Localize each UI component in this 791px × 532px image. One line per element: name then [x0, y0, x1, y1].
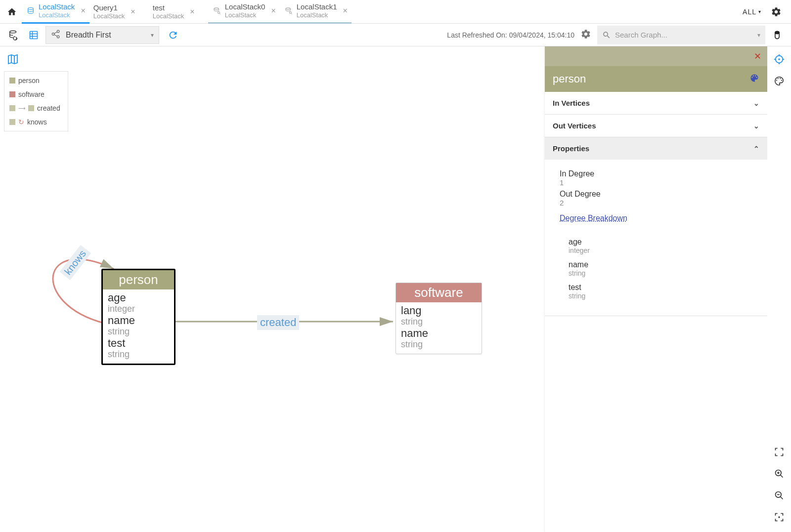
node-software[interactable]: software langstring namestring: [396, 283, 482, 354]
svg-point-4: [286, 8, 290, 9]
svg-line-31: [781, 475, 783, 478]
right-tool-rail: [767, 46, 791, 532]
chevron-down-icon: ⌄: [753, 122, 759, 130]
legend-item[interactable]: ⟶created: [4, 101, 68, 115]
chevron-down-icon: ⌄: [753, 99, 759, 107]
legend-item[interactable]: person: [4, 74, 68, 87]
zoom-in-button[interactable]: [772, 467, 786, 481]
close-icon[interactable]: ×: [343, 6, 348, 15]
edge-label-knows[interactable]: knows: [60, 245, 91, 280]
palette-icon[interactable]: [749, 73, 759, 85]
tab-query1[interactable]: Query1 LocalStack ×: [89, 0, 149, 24]
database-query-icon: [212, 6, 222, 16]
tab-bar: LocalStack LocalStack × Query1 LocalStac…: [0, 0, 791, 24]
details-title: person: [553, 73, 586, 85]
zoom-out-button[interactable]: [772, 489, 786, 502]
details-panel: ✕ person In Vertices⌄ Out Vertices⌄ Prop…: [545, 46, 767, 532]
svg-point-28: [780, 78, 781, 79]
svg-line-15: [54, 32, 57, 34]
legend-panel: person software ⟶created ↻knows: [4, 71, 68, 131]
refresh-button[interactable]: [165, 27, 181, 43]
legend-item[interactable]: ↻knows: [4, 115, 68, 129]
svg-rect-8: [30, 31, 38, 39]
tab-title: LocalStack0: [225, 2, 265, 11]
in-degree-value: 1: [560, 178, 752, 187]
svg-point-5: [289, 11, 291, 13]
schema-refresh-button[interactable]: [6, 27, 22, 43]
svg-point-14: [57, 36, 59, 38]
svg-rect-18: [775, 31, 780, 34]
svg-point-37: [778, 516, 780, 518]
graph-settings-button[interactable]: [580, 29, 591, 41]
out-degree-value: 2: [560, 199, 752, 207]
edge-label-created[interactable]: created: [257, 315, 299, 330]
tab-title: LocalStack: [39, 2, 75, 11]
tab-title: test: [153, 3, 184, 12]
close-icon[interactable]: ×: [131, 7, 135, 16]
close-details-button[interactable]: ✕: [754, 51, 761, 62]
tab-subtitle: LocalStack: [93, 12, 125, 20]
svg-point-26: [776, 80, 777, 81]
home-button[interactable]: [4, 4, 20, 20]
svg-point-27: [778, 78, 779, 79]
close-icon[interactable]: ×: [271, 6, 275, 15]
tab-test[interactable]: test LocalStack ×: [149, 0, 208, 24]
layout-dropdown[interactable]: Breadth First: [45, 26, 159, 44]
tab-title: Query1: [93, 3, 125, 12]
last-refreshed-label: Last Refreshed On: 09/04/2024, 15:04:10: [447, 31, 574, 39]
node-title: software: [396, 283, 482, 302]
graph-layout-icon: [51, 29, 62, 41]
close-icon[interactable]: ×: [81, 6, 85, 15]
out-degree-label: Out Degree: [560, 190, 752, 199]
tab-localstack1[interactable]: LocalStack1 LocalStack ×: [280, 0, 352, 24]
svg-point-7: [10, 31, 16, 33]
section-properties[interactable]: Properties⌃: [545, 137, 767, 160]
settings-button[interactable]: [769, 5, 783, 19]
legend-item[interactable]: software: [4, 87, 68, 101]
svg-point-0: [28, 7, 34, 9]
locate-button[interactable]: [772, 52, 786, 66]
mouse-mode-button[interactable]: [769, 27, 785, 43]
svg-point-1: [214, 8, 219, 9]
svg-point-12: [52, 33, 54, 35]
svg-point-13: [57, 30, 59, 33]
svg-line-6: [291, 13, 292, 14]
svg-line-3: [220, 13, 220, 14]
toolbar: Breadth First Last Refreshed On: 09/04/2…: [0, 24, 791, 46]
fit-screen-button[interactable]: [772, 510, 786, 524]
degree-breakdown-link[interactable]: Degree Breakdown: [560, 214, 627, 223]
node-person[interactable]: person ageinteger namestring teststring: [101, 269, 176, 365]
section-out-vertices[interactable]: Out Vertices⌄: [545, 115, 767, 137]
layout-label: Breadth First: [66, 31, 151, 40]
tab-subtitle: LocalStack: [39, 11, 75, 19]
database-icon: [26, 6, 36, 16]
minimap-button[interactable]: [7, 53, 19, 67]
svg-point-2: [218, 11, 220, 13]
in-degree-label: In Degree: [560, 169, 752, 178]
database-query-icon: [284, 6, 294, 16]
tab-localstack[interactable]: LocalStack LocalStack ×: [22, 0, 89, 24]
section-in-vertices[interactable]: In Vertices⌄: [545, 92, 767, 114]
chevron-up-icon: ⌃: [753, 145, 759, 153]
table-view-button[interactable]: [26, 27, 42, 43]
search-box[interactable]: [597, 26, 765, 44]
all-dropdown[interactable]: ALL: [743, 8, 761, 16]
svg-line-35: [781, 497, 783, 499]
search-input[interactable]: [615, 31, 753, 39]
node-title: person: [103, 270, 174, 289]
tab-localstack0[interactable]: LocalStack0 LocalStack ×: [208, 0, 280, 24]
tab-subtitle: LocalStack: [153, 12, 184, 20]
svg-point-29: [781, 80, 782, 81]
close-icon[interactable]: ×: [190, 7, 194, 16]
svg-line-16: [54, 34, 57, 36]
palette-button[interactable]: [772, 74, 786, 88]
fullscreen-button[interactable]: [772, 445, 786, 459]
tab-subtitle: LocalStack: [297, 11, 337, 19]
tab-subtitle: LocalStack: [225, 11, 265, 19]
tab-title: LocalStack1: [297, 2, 337, 11]
svg-point-21: [778, 58, 780, 60]
